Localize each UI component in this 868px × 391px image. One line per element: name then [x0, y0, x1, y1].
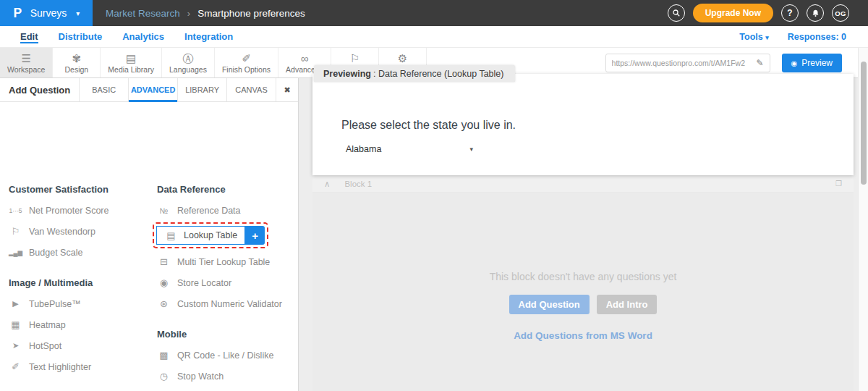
gear-icon: ⚙: [398, 52, 407, 64]
tab-basic[interactable]: BASIC: [80, 78, 129, 101]
tab-edit[interactable]: Edit: [10, 30, 48, 43]
section-heading: Image / Multimedia: [9, 273, 148, 293]
section-ordering: Ordering ☰Card Sorting: [9, 387, 148, 391]
breadcrumb-folder[interactable]: Market Research: [106, 8, 180, 19]
item-reference-data[interactable]: №Reference Data: [157, 200, 299, 221]
item-barcode[interactable]: ⅢBarcode: [157, 387, 299, 391]
item-tubepulse[interactable]: ▶TubePulse™: [9, 293, 148, 314]
collapse-caret-icon[interactable]: ∧: [324, 179, 330, 189]
tools-menu[interactable]: Tools ▾: [739, 32, 768, 42]
breadcrumb: Market Research › Smartphone preferences: [106, 8, 305, 19]
question-preview-panel: Please select the state you live in. Ala…: [312, 74, 854, 175]
add-questions-from-ms-word-link[interactable]: Add Questions from MS Word: [514, 330, 652, 341]
add-question-panel: Add Question BASIC ADVANCED LIBRARY CANV…: [0, 78, 299, 391]
item-lookup-table-highlighted[interactable]: ▤ Lookup Table +: [153, 222, 268, 248]
breadcrumb-survey-title: Smartphone preferences: [197, 8, 305, 19]
questionpro-app: P Surveys ▾ Market Research › Smartphone…: [0, 0, 868, 391]
map-pin-icon: ◉: [157, 277, 171, 288]
block-header[interactable]: ∧ Block 1 ❐: [312, 175, 854, 193]
tab-distribute[interactable]: Distribute: [48, 31, 113, 42]
block-title: Block 1: [344, 180, 372, 188]
section-heading: Ordering: [9, 387, 148, 391]
notifications-button[interactable]: [807, 4, 824, 22]
workspace-icon: ☰: [21, 52, 30, 64]
avatar[interactable]: OG: [832, 4, 849, 22]
toolbar-workspace[interactable]: ☰ Workspace: [0, 48, 53, 77]
tab-canvas[interactable]: CANVAS: [227, 78, 276, 101]
toolbar-languages[interactable]: Ⓐ Languages: [162, 48, 215, 77]
toolbar-finish-options[interactable]: ✐ Finish Options: [215, 48, 278, 77]
state-dropdown[interactable]: Alabama ▾: [346, 144, 473, 154]
image-icon: ▤: [126, 52, 136, 64]
stacked-drawers-icon: ⊟: [157, 256, 171, 267]
item-stop-watch[interactable]: ◷Stop Watch: [157, 366, 299, 387]
section-mobile: Mobile ▩QR Code - Like / Dislike ◷Stop W…: [157, 324, 299, 391]
questionpro-logo: P: [14, 5, 22, 21]
add-intro-button[interactable]: Add Intro: [597, 295, 658, 314]
validator-icon: ⊛: [157, 298, 171, 309]
nps-scale-icon: 1⋯5: [9, 207, 22, 214]
top-header-bar: P Surveys ▾ Market Research › Smartphone…: [0, 0, 868, 26]
chevron-down-icon: ▾: [469, 146, 473, 153]
lookup-table-icon: ▤: [164, 230, 178, 241]
copy-icon[interactable]: ❐: [835, 180, 842, 188]
section-customer-satisfaction: Customer Satisfaction 1⋯5Net Promoter Sc…: [9, 180, 148, 263]
search-button[interactable]: [668, 4, 685, 22]
item-van-westendorp[interactable]: ⚐Van Westendorp: [9, 221, 148, 242]
preview-button[interactable]: ◉ Preview: [782, 54, 842, 72]
tab-integration[interactable]: Integration: [174, 31, 243, 42]
item-net-promoter-score[interactable]: 1⋯5Net Promoter Score: [9, 200, 148, 221]
palette-icon: ✾: [72, 52, 82, 64]
reference-data-icon: №: [157, 206, 171, 215]
price-tag-icon: ⚐: [9, 226, 22, 237]
survey-url-field[interactable]: https://www.questionpro.com/t/AM1Fw2 ✎: [605, 54, 770, 72]
item-budget-scale[interactable]: ▂▄▆Budget Scale: [9, 242, 148, 263]
survey-nav-bar: Edit Distribute Analytics Integration To…: [0, 26, 868, 48]
scrollbar-thumb[interactable]: [861, 62, 867, 185]
item-qr-code-like-dislike[interactable]: ▩QR Code - Like / Dislike: [157, 345, 299, 366]
eye-icon: ◉: [791, 59, 798, 67]
edit-url-icon[interactable]: ✎: [757, 58, 764, 68]
previewing-label: Previewing : Data Reference (Lookup Tabl…: [314, 65, 515, 82]
add-question-button[interactable]: Add Question: [509, 295, 590, 314]
close-icon[interactable]: ✖: [276, 78, 298, 101]
tab-library[interactable]: LIBRARY: [178, 78, 227, 101]
item-custom-numeric-validator[interactable]: ⊛Custom Numeric Validator: [157, 293, 299, 314]
cursor-icon: ➤: [9, 341, 22, 350]
responses-count[interactable]: Responses: 0: [788, 32, 846, 42]
toolbar-design[interactable]: ✾ Design: [53, 48, 101, 77]
bell-icon: [811, 9, 820, 18]
breadcrumb-separator-icon: ›: [187, 8, 190, 19]
block-buttons: Add Question Add Intro: [509, 295, 658, 314]
header-actions: Upgrade Now ? OG: [668, 4, 849, 22]
previewing-label-bold: Previewing: [323, 69, 371, 79]
section-image-multimedia: Image / Multimedia ▶TubePulse™ ▦Heatmap …: [9, 273, 148, 377]
item-heatmap[interactable]: ▦Heatmap: [9, 314, 148, 335]
translate-icon: Ⓐ: [182, 52, 193, 64]
section-heading: Mobile: [157, 324, 299, 345]
block-empty-text: This block doesn't have any questions ye…: [490, 271, 677, 282]
add-lookup-table-button[interactable]: +: [245, 226, 265, 245]
lookup-table-chip[interactable]: ▤ Lookup Table: [156, 226, 245, 245]
surveys-product-menu[interactable]: P Surveys ▾: [0, 0, 93, 26]
section-data-reference: Data Reference №Reference Data ▤ Lookup …: [157, 180, 299, 314]
tab-advanced[interactable]: ADVANCED: [129, 78, 178, 101]
upgrade-now-button[interactable]: Upgrade Now: [693, 4, 773, 22]
item-store-locator[interactable]: ◉Store Locator: [157, 272, 299, 293]
bar-chart-icon: ▂▄▆: [9, 249, 22, 256]
search-icon: [672, 9, 681, 17]
item-multi-tier-lookup-table[interactable]: ⊟Multi Tier Lookup Table: [157, 251, 299, 272]
nav-right-actions: Tools ▾ Responses: 0: [739, 32, 846, 42]
block-empty-state: This block doesn't have any questions ye…: [312, 193, 854, 391]
toolbar-media-library[interactable]: ▤ Media Library: [101, 48, 162, 77]
help-button[interactable]: ?: [781, 4, 799, 22]
vertical-scrollbar[interactable]: [858, 48, 868, 391]
item-hotspot[interactable]: ➤HotSpot: [9, 335, 148, 356]
question-types-column-1: Customer Satisfaction 1⋯5Net Promoter Sc…: [9, 180, 148, 391]
tab-analytics[interactable]: Analytics: [112, 31, 174, 42]
item-text-highlighter[interactable]: ✐Text Highlighter: [9, 356, 148, 377]
stopwatch-icon: ◷: [157, 371, 171, 382]
tag-icon: ⚐: [350, 52, 359, 64]
section-heading: Customer Satisfaction: [9, 180, 148, 200]
previewing-label-rest: : Data Reference (Lookup Table): [373, 69, 503, 79]
